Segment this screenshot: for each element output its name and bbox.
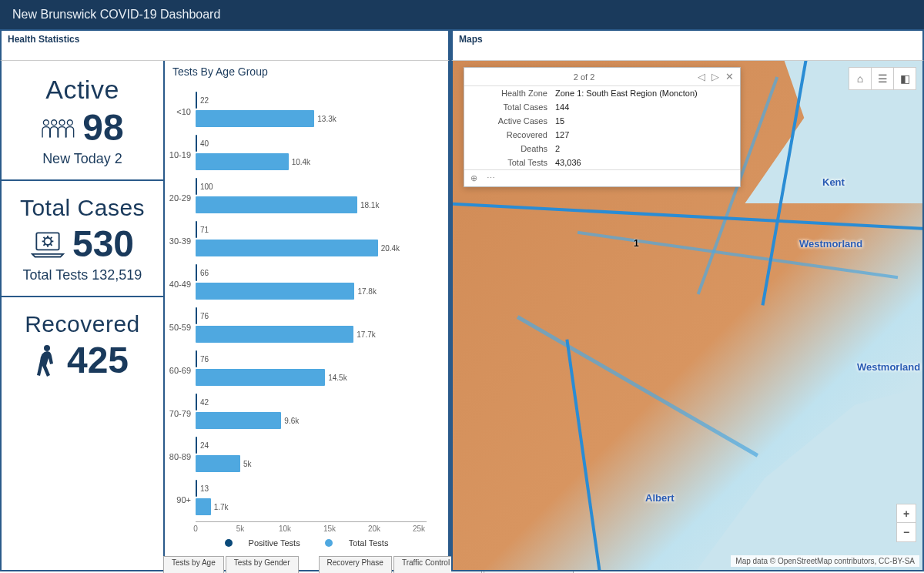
bar-value-label: 40 bbox=[200, 139, 209, 148]
bar-total[interactable]: 14.5k bbox=[196, 369, 325, 386]
tab[interactable]: Tests by Age bbox=[163, 556, 224, 573]
bar-group: 60-697614.5k bbox=[196, 349, 450, 389]
popup-more-icon[interactable]: ⋯ bbox=[487, 173, 495, 183]
legend-dot-icon bbox=[325, 539, 333, 547]
bar-total[interactable]: 5k bbox=[196, 455, 240, 472]
map-region-label: Kent bbox=[822, 176, 845, 188]
bar-positive[interactable]: 76 bbox=[196, 307, 197, 324]
popup-row: Active Cases15 bbox=[464, 114, 740, 128]
stat-total-sub: Total Tests 132,519 bbox=[9, 267, 156, 283]
bar-positive[interactable]: 100 bbox=[196, 178, 197, 195]
dashboard-title: New Brunswick COVID-19 Dashboard bbox=[0, 0, 924, 29]
popup-close-icon[interactable]: ✕ bbox=[725, 71, 734, 82]
legend-item[interactable]: Positive Tests bbox=[219, 538, 306, 548]
bar-total[interactable]: 1.7k bbox=[196, 498, 211, 515]
bar-value-label: 1.7k bbox=[214, 503, 229, 511]
tab[interactable]: Recovery Phase bbox=[319, 556, 392, 573]
svg-point-6 bbox=[44, 345, 50, 351]
maps-header: Maps bbox=[451, 29, 924, 61]
bar-value-label: 17.7k bbox=[357, 330, 375, 339]
bar-value-label: 9.6k bbox=[284, 417, 299, 425]
bar-positive[interactable]: 24 bbox=[196, 437, 197, 454]
basemap-icon[interactable]: ◧ bbox=[893, 67, 916, 90]
stat-recovered-title: Recovered bbox=[9, 311, 156, 337]
bar-positive[interactable]: 22 bbox=[196, 92, 197, 109]
popup-row: Health ZoneZone 1: South East Region (Mo… bbox=[464, 86, 740, 100]
bar-positive[interactable]: 66 bbox=[196, 264, 197, 281]
legend-item[interactable]: Total Tests bbox=[319, 538, 395, 548]
bar-total[interactable]: 17.7k bbox=[196, 326, 353, 343]
bar-value-label: 17.8k bbox=[357, 287, 376, 296]
svg-point-5 bbox=[44, 238, 51, 245]
popup-row: Total Cases144 bbox=[464, 100, 740, 114]
popup-key: Health Zone bbox=[470, 89, 555, 98]
popup-row: Recovered127 bbox=[464, 128, 740, 142]
bar-total[interactable]: 13.3k bbox=[196, 110, 314, 127]
bar-positive[interactable]: 71 bbox=[196, 221, 197, 238]
map-zone-marker[interactable]: 1 bbox=[634, 238, 639, 249]
popup-value: 15 bbox=[555, 116, 734, 126]
bar-value-label: 66 bbox=[200, 269, 209, 277]
popup-pager: 2 of 2 bbox=[470, 72, 698, 82]
zoom-out-icon[interactable]: − bbox=[897, 523, 916, 541]
health-statistics-header: Health Statistics bbox=[0, 29, 450, 61]
health-statistics-panel: Health Statistics Active bbox=[0, 29, 451, 571]
bar-category-label: 20-29 bbox=[168, 193, 191, 203]
bar-group: 10-194010.4k bbox=[196, 133, 450, 173]
bar-total[interactable]: 18.1k bbox=[196, 196, 357, 213]
stat-card-active: Active 98 New Today bbox=[2, 61, 163, 181]
legend-label: Total Tests bbox=[349, 538, 389, 548]
bar-total[interactable]: 20.4k bbox=[196, 240, 378, 256]
map-canvas[interactable]: KentWestmorlandWestmorlandAlbert1 2 of 2… bbox=[451, 61, 924, 571]
popup-next-icon[interactable]: ▷ bbox=[711, 71, 719, 82]
tab[interactable]: Tests by Gender bbox=[226, 556, 299, 573]
stat-card-recovered: Recovered 425 bbox=[2, 297, 163, 570]
svg-point-2 bbox=[59, 120, 65, 126]
bar-value-label: 71 bbox=[200, 226, 209, 234]
bar-value-label: 20.4k bbox=[381, 244, 400, 253]
map-toolbar: ⌂ ☰ ◧ bbox=[849, 67, 916, 90]
bar-category-label: <10 bbox=[168, 107, 191, 116]
laptop-virus-icon bbox=[31, 227, 65, 261]
popup-key: Recovered bbox=[470, 130, 555, 139]
bar-positive[interactable]: 40 bbox=[196, 135, 197, 152]
stat-total-value: 530 bbox=[72, 226, 134, 263]
axis-tick: 25k bbox=[413, 524, 425, 533]
map-attribution: Map data © OpenStreetMap contributors, C… bbox=[731, 555, 919, 567]
bar-category-label: 50-59 bbox=[168, 323, 191, 332]
bar-category-label: 80-89 bbox=[168, 452, 191, 461]
bar-group: 80-89245k bbox=[196, 435, 450, 475]
bar-positive[interactable]: 42 bbox=[196, 394, 197, 410]
bar-total[interactable]: 10.4k bbox=[196, 153, 289, 170]
svg-point-1 bbox=[52, 120, 57, 126]
bar-total[interactable]: 17.8k bbox=[196, 283, 354, 300]
popup-prev-icon[interactable]: ◁ bbox=[698, 71, 705, 82]
bar-value-label: 13.3k bbox=[317, 115, 336, 123]
popup-zoom-icon[interactable]: ⊕ bbox=[470, 173, 477, 183]
bar-total[interactable]: 9.6k bbox=[196, 412, 281, 429]
bar-value-label: 24 bbox=[200, 441, 209, 450]
popup-value: 2 bbox=[555, 144, 734, 153]
map-region-label: Westmorland bbox=[857, 361, 920, 373]
layers-list-icon[interactable]: ☰ bbox=[871, 67, 894, 90]
bar-category-label: 30-39 bbox=[168, 236, 191, 246]
popup-value: Zone 1: South East Region (Moncton) bbox=[555, 89, 734, 98]
bar-group: 90+131.7k bbox=[196, 478, 450, 518]
popup-key: Active Cases bbox=[470, 116, 555, 126]
axis-tick: 0 bbox=[193, 524, 198, 533]
popup-row: Deaths2 bbox=[464, 142, 740, 156]
axis-tick: 5k bbox=[236, 524, 245, 533]
stat-recovered-value: 425 bbox=[67, 342, 129, 379]
stat-active-title: Active bbox=[9, 75, 156, 105]
chart-title: Tests By Age Group bbox=[165, 61, 448, 82]
popup-value: 127 bbox=[555, 130, 734, 139]
home-icon[interactable]: ⌂ bbox=[849, 67, 872, 90]
popup-key: Total Tests bbox=[470, 158, 555, 167]
stat-total-title: Total Cases bbox=[9, 195, 156, 221]
bar-value-label: 14.5k bbox=[328, 374, 346, 382]
axis-tick: 20k bbox=[368, 524, 380, 533]
zoom-in-icon[interactable]: + bbox=[897, 504, 916, 523]
bar-positive[interactable]: 76 bbox=[196, 350, 197, 367]
bar-positive[interactable]: 13 bbox=[196, 480, 197, 497]
map-region-label: Albert bbox=[645, 492, 675, 504]
